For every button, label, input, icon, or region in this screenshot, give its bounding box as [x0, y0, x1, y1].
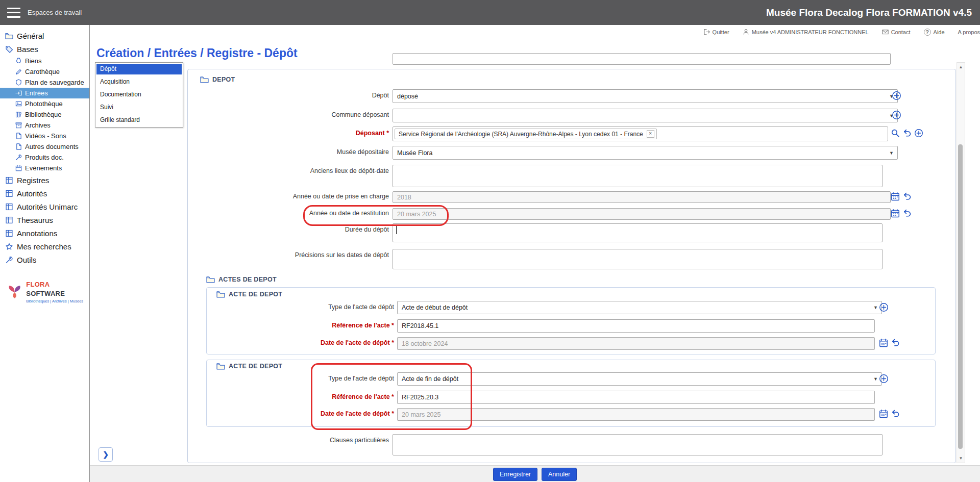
tab-acquisition[interactable]: Acquisition [96, 77, 182, 87]
sidebar-item-general[interactable]: Général [0, 29, 89, 42]
anciens-label: Anciens lieux de dépôt-date [194, 165, 389, 177]
registres-icon [5, 176, 13, 184]
mail-icon [882, 29, 889, 35]
prise-en-charge-input[interactable]: 2018 [393, 191, 891, 203]
scroll-up-arrow-icon[interactable]: ▲ [957, 65, 965, 69]
sidebar-item-evenements[interactable]: Evènements [0, 163, 89, 173]
sidebar-item-archives[interactable]: Archives [0, 120, 89, 131]
tab-depot[interactable]: Dépôt [96, 64, 182, 74]
autorites-icon [5, 190, 13, 197]
tab-documentation[interactable]: Documentation [96, 89, 182, 100]
deposant-search-button[interactable] [891, 129, 900, 138]
help-link[interactable]: ? Aide [924, 29, 945, 36]
sidebar-divider [89, 25, 90, 482]
form-tab-list: Dépôt Acquisition Documentation Suivi Gr… [95, 62, 183, 128]
bases-tag-icon [5, 45, 13, 53]
prise-en-charge-undo-button[interactable] [903, 192, 912, 201]
contact-link[interactable]: Contact [882, 29, 911, 35]
sidebar-item-autorites[interactable]: Autorités [0, 187, 89, 200]
about-link[interactable]: A propos [958, 29, 980, 35]
acte-1-date-input[interactable]: 18 octobre 2024 [397, 337, 875, 350]
tab-suivi[interactable]: Suivi [96, 102, 182, 113]
cancel-button[interactable]: Annuler [542, 468, 577, 481]
page-title: Création / Entrées / Registre - Dépôt [96, 46, 298, 60]
text-cursor [396, 226, 397, 234]
acte-2-undo-button[interactable] [891, 409, 900, 418]
quit-icon [703, 29, 710, 35]
acte-1-type-label: Type de l'acte de dépôt [214, 301, 394, 313]
acte-2-date-input[interactable]: 20 mars 2025 [397, 408, 875, 421]
quit-link[interactable]: Quitter [703, 29, 729, 35]
acte-2-ref-input[interactable]: RF2025.20.3 [397, 391, 875, 404]
acte-2-header: ACTE DE DEPOT [216, 363, 282, 370]
sidebar-item-autres-documents[interactable]: Autres documents [0, 141, 89, 152]
acte-1-add-button[interactable] [879, 302, 889, 312]
sidebar-item-bases[interactable]: Bases [0, 42, 89, 56]
deposant-undo-button[interactable] [903, 129, 912, 138]
tab-grille-standard[interactable]: Grille standard [96, 115, 182, 125]
app-title: Musée Flora Decalog Flora FORMATION v4.5 [766, 7, 972, 18]
scrollbar-thumb[interactable] [958, 144, 963, 449]
commune-add-button[interactable] [892, 110, 901, 120]
section-depot: DEPOT [200, 76, 235, 83]
commune-select[interactable]: ▼ [393, 109, 898, 122]
mes-recherches-icon [5, 243, 13, 250]
depot-add-button[interactable] [892, 91, 901, 100]
precisions-textarea[interactable] [393, 249, 883, 269]
sidebar-item-videos-sons[interactable]: Vidéos - Sons [0, 131, 89, 141]
acte-2-calendar-button[interactable] [879, 409, 888, 418]
acte-2-type-select[interactable]: Acte de fin de dépôt ▼ [397, 372, 882, 386]
depot-select[interactable]: déposé ▼ [393, 89, 898, 103]
sidebar-item-autorites-unimarc[interactable]: Autorités Unimarc [0, 200, 89, 213]
sidebar-item-bibliotheque[interactable]: Bibliothèque [0, 109, 89, 120]
clauses-textarea[interactable] [393, 434, 883, 455]
quit-label: Quitter [713, 29, 729, 35]
restitution-undo-button[interactable] [903, 209, 912, 218]
duree-textarea[interactable] [393, 223, 883, 242]
chip-remove-icon[interactable]: × [647, 130, 654, 138]
logo-subtitle: Bibliothèques | Archives | Musées [26, 299, 89, 303]
scrolled-partial-input[interactable] [393, 53, 891, 65]
deposant-field[interactable]: Service Régional de l'Archéologie (SRA) … [393, 126, 888, 141]
deposant-add-button[interactable] [914, 129, 923, 138]
musee-select[interactable]: Musée Flora ▼ [393, 146, 898, 160]
vertical-scrollbar[interactable]: ▲ ▼ [957, 62, 965, 463]
sidebar-item-plan-de-sauvegarde[interactable]: Plan de sauvegarde [0, 77, 89, 88]
help-icon: ? [924, 29, 931, 36]
sidebar-item-carotheque[interactable]: Carothèque [0, 66, 89, 77]
sidebar-item-produits-doc[interactable]: Produits doc. [0, 152, 89, 163]
acte-1-ref-input[interactable]: RF2018.45.1 [397, 319, 875, 333]
user-icon [743, 29, 749, 35]
sidebar-item-mes-recherches[interactable]: Mes recherches [0, 240, 89, 253]
general-folder-icon [5, 32, 13, 40]
acte-1-type-select[interactable]: Acte de début de dépôt ▼ [397, 301, 882, 314]
sidebar-item-annotations[interactable]: Annotations [0, 226, 89, 240]
sidebar-item-thesaurus[interactable]: Thesaurus [0, 213, 89, 226]
sidebar-item-phototheque[interactable]: Photothèque [0, 98, 89, 109]
actes-folder-icon [206, 276, 215, 283]
top-app-bar: Espaces de travail Musée Flora Decalog F… [0, 0, 980, 25]
save-button[interactable]: Enregistrer [493, 468, 537, 481]
anciens-textarea[interactable] [393, 165, 883, 187]
acte-1-calendar-button[interactable] [879, 338, 888, 347]
sidebar-item-outils[interactable]: Outils [0, 253, 89, 266]
restitution-calendar-button[interactable] [891, 209, 900, 218]
scroll-down-arrow-icon[interactable]: ▼ [957, 456, 965, 461]
acte-2-add-button[interactable] [879, 374, 889, 384]
restitution-input[interactable]: 20 mars 2025 [393, 208, 891, 220]
expand-panel-button[interactable]: ❯ [99, 447, 113, 462]
acte-1-folder-icon [216, 291, 225, 298]
acte-2-type-label: Type de l'acte de dépôt [214, 372, 394, 385]
acte-1-undo-button[interactable] [891, 338, 900, 347]
prise-en-charge-calendar-button[interactable] [891, 192, 900, 201]
help-label: Aide [934, 29, 945, 35]
deposant-chip: Service Régional de l'Archéologie (SRA) … [395, 129, 657, 139]
hamburger-menu-icon[interactable] [7, 8, 20, 18]
workspace-label[interactable]: Espaces de travail [28, 9, 82, 16]
current-user[interactable]: Musée v4 ADMINISTRATEUR FONCTIONNEL [743, 29, 869, 35]
sidebar-item-biens[interactable]: Biens [0, 56, 89, 66]
sidebar-item-registres[interactable]: Registres [0, 173, 89, 187]
sidebar-item-entrees[interactable]: Entrées [0, 88, 89, 98]
acte-1-ref-label: Référence de l'acte * [214, 319, 394, 332]
chevron-down-icon: ▼ [873, 376, 878, 382]
